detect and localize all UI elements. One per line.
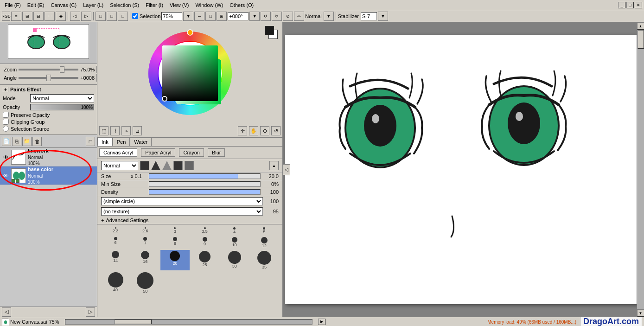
texture-select1[interactable]: (simple circle): [101, 197, 263, 205]
color-wheel[interactable]: [146, 29, 234, 117]
hand-tool[interactable]: ✋: [249, 126, 258, 135]
size-14[interactable]: 14: [101, 250, 130, 270]
size-30[interactable]: 30: [220, 250, 249, 270]
canvas-scroll-left[interactable]: ◁: [283, 164, 290, 175]
subtab-crayon[interactable]: Crayon: [179, 148, 204, 157]
foreground-color-swatch[interactable]: [265, 26, 274, 35]
size-2.3[interactable]: 2.3: [101, 226, 130, 235]
scroll-track-right[interactable]: [637, 30, 644, 309]
flip-h[interactable]: ⇔: [294, 12, 304, 21]
size-9[interactable]: 9: [191, 236, 219, 249]
size-6[interactable]: 6: [101, 236, 130, 249]
scroll-up-btn[interactable]: ▲: [637, 22, 644, 30]
preserve-opacity-check[interactable]: [3, 112, 9, 118]
menu-layer[interactable]: Layer (L): [80, 1, 106, 9]
menu-edit[interactable]: Edit (E): [25, 1, 47, 9]
canvas-scrollbar-bottom[interactable]: [65, 319, 313, 325]
brush-shape-tri-light[interactable]: [162, 161, 172, 170]
size-8[interactable]: 8: [160, 236, 189, 249]
zoom-fit1[interactable]: ─: [194, 12, 204, 21]
brush-tab-ink[interactable]: Ink: [97, 138, 113, 146]
zoom-fit2[interactable]: □: [205, 12, 216, 21]
mode-select[interactable]: Normal Multiply Screen: [30, 94, 94, 102]
selection-source-radio[interactable]: [3, 126, 9, 132]
window-maximize[interactable]: □: [626, 2, 634, 8]
brush-tab-water[interactable]: Water: [130, 138, 152, 146]
size-12[interactable]: 12: [250, 236, 279, 249]
brush-shape-sq-med[interactable]: [185, 161, 194, 170]
scroll-down-btn[interactable]: ▼: [637, 309, 644, 317]
rot-ccw[interactable]: ↺: [261, 12, 271, 21]
opacity-bar[interactable]: 100%: [30, 104, 94, 110]
tool1[interactable]: □: [96, 12, 106, 21]
brush-shape-dark[interactable]: [140, 161, 149, 170]
zoom-tool-canvas[interactable]: ⊕: [260, 126, 269, 135]
angle-slider[interactable]: [19, 77, 78, 79]
menu-file[interactable]: File (F): [2, 1, 24, 9]
density-bar[interactable]: [149, 189, 261, 195]
menu-selection[interactable]: Selection (S): [107, 1, 142, 9]
view-btn2[interactable]: ⊞: [22, 12, 32, 21]
color-swatches[interactable]: [265, 26, 279, 40]
layer-footer-btn2[interactable]: ▷: [86, 307, 95, 317]
selection-checkbox[interactable]: [132, 13, 138, 19]
nav-forward[interactable]: ▷: [81, 12, 91, 21]
size-50[interactable]: 50: [131, 271, 159, 294]
rotation-input[interactable]: [228, 12, 249, 20]
brush-shape-sq-dark[interactable]: [173, 161, 183, 170]
rot-down[interactable]: ▼: [249, 12, 260, 21]
zoom-input[interactable]: [161, 12, 182, 20]
layer-footer-btn1[interactable]: ◁: [2, 307, 11, 317]
view-btn3[interactable]: ⊟: [33, 12, 44, 21]
size-5[interactable]: 5: [250, 226, 279, 235]
stabilizer-input[interactable]: [361, 12, 377, 20]
delete-layer-btn[interactable]: 🗑: [32, 137, 42, 146]
scroll-thumb-right[interactable]: [638, 30, 644, 49]
size-20[interactable]: 20: [160, 250, 189, 270]
marquee-tool[interactable]: ⬚: [99, 126, 108, 135]
folder-layer-btn[interactable]: 📁: [22, 137, 32, 146]
tool2[interactable]: □: [107, 12, 117, 21]
size-7[interactable]: 7: [131, 236, 159, 249]
subtab-blur[interactable]: Blur: [208, 148, 225, 157]
size-3.5[interactable]: 3.5: [191, 226, 219, 235]
rot-cw[interactable]: ↻: [272, 12, 282, 21]
window-minimize[interactable]: _: [618, 2, 625, 8]
rotate-tool[interactable]: ↺: [271, 126, 281, 135]
size-25[interactable]: 25: [191, 250, 219, 270]
copy-layer-btn[interactable]: ⎘: [12, 137, 21, 146]
menu-others[interactable]: Others (O): [227, 1, 256, 9]
size-4[interactable]: 4: [220, 226, 249, 235]
subtab-paper-acryl[interactable]: Paper Acryl: [141, 148, 175, 157]
rot-reset[interactable]: ⊙: [283, 12, 293, 21]
layer-basecolor[interactable]: 👁 base color Normal 100%: [0, 166, 97, 185]
advanced-title[interactable]: + Advanced Settings: [101, 217, 279, 223]
view-btn4[interactable]: ⋯: [45, 12, 55, 21]
paints-expand[interactable]: +: [3, 87, 8, 92]
zoom-slider[interactable]: [19, 69, 78, 70]
view-btn5[interactable]: ◈: [56, 12, 66, 21]
view-btn1[interactable]: ≡: [11, 12, 21, 21]
size-35[interactable]: 35: [250, 250, 279, 270]
clipping-group-check[interactable]: [3, 119, 9, 125]
window-close[interactable]: ✕: [635, 2, 642, 8]
menu-filter[interactable]: Filter (I): [143, 1, 166, 9]
size-16[interactable]: 16: [131, 250, 159, 270]
lasso-tool[interactable]: ⌇: [110, 126, 120, 135]
color-rgb-btn[interactable]: RGB: [2, 12, 10, 21]
menu-canvas[interactable]: Canvas (C): [48, 1, 80, 9]
scroll-right-btn[interactable]: ▶: [318, 319, 325, 325]
brush-tab-pen[interactable]: Pen: [113, 138, 130, 146]
zoom-fit3[interactable]: ⊞: [217, 12, 227, 21]
brush-mode-select[interactable]: Normal: [101, 161, 138, 170]
subtab-canvas-acryl[interactable]: Canvas Acryl: [99, 148, 137, 157]
brush-scroll-up[interactable]: ▲: [269, 161, 279, 170]
layer-settings-btn[interactable]: □: [86, 137, 95, 146]
wand-tool[interactable]: ⌁: [121, 126, 131, 135]
size-2.6[interactable]: 2.6: [131, 226, 159, 235]
menu-view[interactable]: View (V): [167, 1, 191, 9]
move-tool[interactable]: ✛: [238, 126, 247, 135]
layer-eye-basecolor[interactable]: 👁: [2, 172, 9, 179]
min-size-bar[interactable]: [149, 181, 261, 187]
size-bar[interactable]: [149, 173, 261, 179]
